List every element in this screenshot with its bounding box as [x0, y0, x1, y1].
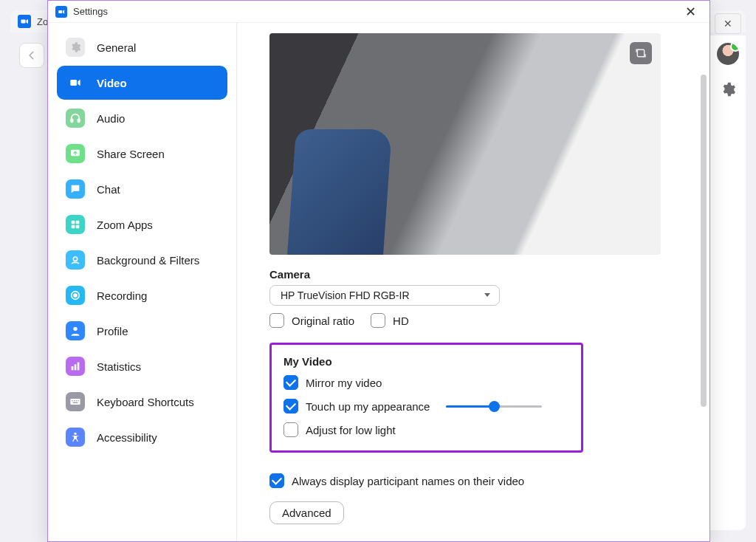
nav-share-screen[interactable]: Share Screen — [57, 137, 227, 171]
checkbox-label: Adjust for low light — [306, 424, 396, 436]
svg-rect-4 — [78, 119, 80, 122]
nav-keyboard-shortcuts[interactable]: Keyboard Shortcuts — [57, 385, 227, 419]
svg-rect-8 — [72, 225, 75, 229]
nav-label: Share Screen — [97, 148, 165, 160]
svg-rect-16 — [78, 363, 80, 371]
nav-profile[interactable]: Profile — [57, 314, 227, 348]
scrollbar[interactable] — [701, 75, 707, 407]
zoom-logo-icon — [18, 15, 31, 28]
advanced-button[interactable]: Advanced — [269, 501, 344, 524]
statistics-icon — [66, 357, 85, 376]
svg-rect-6 — [72, 221, 75, 224]
nav-zoom-apps[interactable]: Zoom Apps — [57, 207, 227, 241]
settings-modal: Settings ✕ General Video Audio Share Scr… — [47, 0, 710, 542]
content-area: Camera HP TrueVision FHD RGB-IR Original… — [237, 23, 709, 541]
original-ratio-checkbox[interactable]: Original ratio — [269, 313, 354, 328]
my-video-highlight: My Video Mirror my video Touch up my app… — [269, 343, 583, 453]
nav-label: Chat — [97, 183, 120, 196]
nav-label: General — [97, 41, 136, 54]
touchup-checkbox[interactable]: Touch up my appearance — [284, 399, 569, 414]
nav-label: Keyboard Shortcuts — [97, 396, 194, 408]
svg-rect-9 — [76, 225, 80, 229]
svg-rect-21 — [78, 400, 78, 401]
camera-selected-value: HP TrueVision FHD RGB-IR — [281, 289, 410, 301]
svg-rect-20 — [76, 400, 77, 401]
svg-rect-17 — [70, 399, 80, 405]
accessibility-icon — [66, 428, 85, 447]
headphones-icon — [66, 109, 85, 128]
modal-titlebar: Settings ✕ — [48, 1, 709, 23]
nav-background-filters[interactable]: Background & Filters — [57, 243, 227, 277]
svg-point-10 — [73, 257, 77, 261]
back-button[interactable] — [19, 43, 44, 68]
svg-point-12 — [74, 294, 77, 297]
svg-point-13 — [73, 327, 77, 331]
hd-checkbox[interactable]: HD — [371, 313, 409, 328]
nav-accessibility[interactable]: Accessibility — [57, 420, 227, 454]
nav-general[interactable]: General — [57, 30, 227, 64]
zoom-logo-icon — [55, 6, 67, 18]
svg-rect-22 — [73, 402, 78, 403]
checkbox-icon — [371, 313, 385, 328]
rotate-camera-button[interactable] — [630, 42, 652, 64]
close-button[interactable]: ✕ — [679, 2, 702, 21]
always-names-checkbox[interactable]: Always display participant names on thei… — [269, 473, 689, 488]
svg-rect-15 — [75, 364, 77, 370]
nav-chat[interactable]: Chat — [57, 172, 227, 206]
my-video-label: My Video — [284, 355, 569, 368]
checkbox-icon — [284, 422, 298, 437]
svg-rect-0 — [21, 20, 26, 24]
camera-section-label: Camera — [269, 268, 689, 281]
settings-gear-icon[interactable] — [720, 81, 736, 97]
camera-select[interactable]: HP TrueVision FHD RGB-IR — [269, 285, 500, 306]
mirror-video-checkbox[interactable]: Mirror my video — [284, 375, 569, 390]
chat-icon — [66, 179, 85, 199]
profile-icon — [66, 321, 85, 340]
checkbox-label: HD — [393, 315, 409, 327]
slider-fill — [446, 405, 494, 408]
svg-rect-1 — [58, 10, 62, 13]
checkbox-label: Mirror my video — [306, 377, 382, 389]
video-icon — [66, 73, 85, 92]
checkbox-icon — [284, 375, 298, 390]
modal-title: Settings — [73, 6, 108, 17]
settings-sidebar: General Video Audio Share Screen Chat Zo… — [48, 23, 237, 541]
svg-rect-18 — [72, 400, 72, 401]
svg-rect-3 — [71, 119, 73, 122]
background-filters-icon — [66, 250, 85, 270]
share-screen-icon — [66, 144, 85, 163]
svg-rect-2 — [70, 80, 77, 86]
checkbox-label: Always display participant names on thei… — [292, 475, 524, 487]
nav-audio[interactable]: Audio — [57, 101, 227, 135]
video-preview — [269, 33, 661, 255]
bg-close-button[interactable]: ✕ — [715, 13, 741, 34]
slider-thumb[interactable] — [489, 401, 500, 412]
slider-track — [446, 405, 542, 408]
touchup-slider[interactable] — [446, 405, 542, 408]
nav-label: Audio — [97, 112, 125, 125]
nav-label: Zoom Apps — [97, 219, 153, 231]
apps-icon — [66, 215, 85, 234]
checkbox-icon — [269, 313, 284, 328]
nav-video[interactable]: Video — [57, 66, 227, 100]
nav-label: Background & Filters — [97, 254, 199, 267]
nav-label: Recording — [97, 289, 147, 302]
checkbox-icon — [269, 473, 284, 488]
gear-icon — [66, 38, 85, 57]
checkbox-icon — [284, 399, 298, 414]
lowlight-checkbox[interactable]: Adjust for low light — [284, 422, 569, 437]
nav-label: Video — [97, 77, 127, 89]
svg-rect-7 — [76, 221, 80, 224]
button-label: Advanced — [282, 507, 331, 519]
svg-rect-19 — [74, 400, 75, 401]
record-icon — [66, 286, 85, 305]
nav-recording[interactable]: Recording — [57, 278, 227, 312]
nav-label: Statistics — [97, 360, 141, 373]
nav-label: Accessibility — [97, 431, 157, 444]
avatar[interactable] — [717, 43, 739, 65]
nav-statistics[interactable]: Statistics — [57, 349, 227, 383]
checkbox-label: Original ratio — [292, 315, 354, 327]
svg-rect-24 — [637, 49, 644, 56]
right-panel — [710, 35, 746, 530]
svg-rect-14 — [72, 366, 74, 370]
